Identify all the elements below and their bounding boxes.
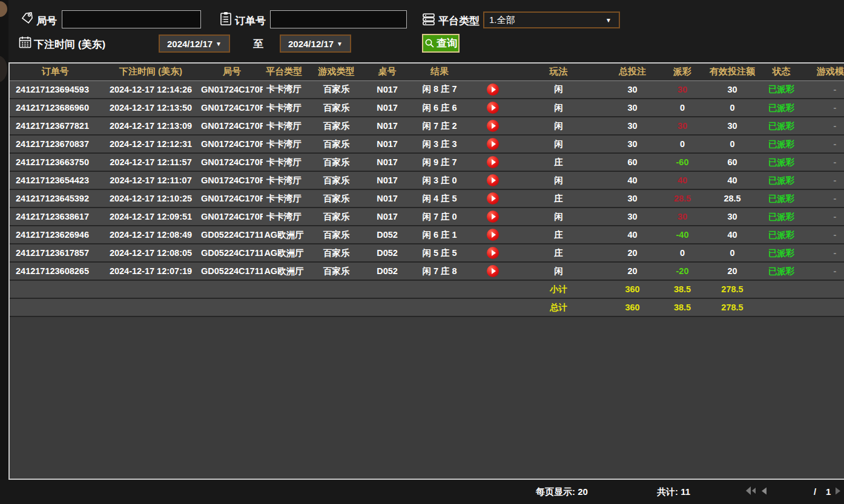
cell-bet-time: 2024-12-17 12:12:31 [101,135,201,153]
cell-total-bet: 30 [604,208,661,226]
cell-table-no: N017 [368,208,407,226]
cell-round-no: GD05224C1711D [201,244,263,262]
replay-play-button[interactable] [487,83,499,96]
cell-valid-bet: 40 [704,226,761,244]
bet-time-label: 下注时间 (美东) [34,38,105,51]
cell-game-mode: - [802,226,844,244]
replay-play-button[interactable] [487,211,499,223]
cell-bet-time: 2024-12-17 12:13:50 [101,99,201,117]
total-label: 总计 [513,298,604,316]
cell-game-type: 百家乐 [305,171,368,189]
cell-valid-bet: 20 [704,262,761,280]
cell-play-type: 庄 [513,153,604,171]
cell-play-type: 庄 [513,189,604,208]
cell-total-bet: 30 [604,80,661,99]
cell-status status-badge: 已派彩 [761,171,802,189]
round-no-input[interactable] [62,10,201,28]
col-header-round-no: 局号 [201,64,263,80]
cell-platform: 卡卡湾厅 [263,171,305,189]
order-no-input[interactable] [270,10,407,28]
cell-platform: 卡卡湾厅 [263,153,305,171]
cell-game-type: 百家乐 [305,99,368,117]
first-page-button[interactable] [743,485,757,496]
replay-play-button[interactable] [487,174,499,186]
totals-body: 小计 360 38.5 278.5 总计 360 38.5 278.5 [10,280,844,316]
cell-bet-time: 2024-12-17 12:11:57 [101,153,201,171]
cell-total-bet: 30 [604,135,661,153]
cell-order-no: 241217123670837 [10,135,101,153]
cell-platform: 卡卡湾厅 [263,189,305,208]
next-page-button[interactable] [834,486,842,496]
subtotal-payout: 38.5 [661,280,704,298]
cell-order-no: 241217123663750 [10,153,101,171]
table-row: 241217123663750 2024-12-17 12:11:57 GN01… [10,153,844,171]
prev-page-button[interactable] [760,486,768,496]
col-header-payout: 派彩 [661,64,704,80]
date-to-picker[interactable]: 2024/12/17 ▼ [280,34,351,53]
date-from-picker[interactable]: 2024/12/17 ▼ [159,34,230,53]
cell-platform: 卡卡湾厅 [263,135,305,153]
cell-game-mode: - [802,153,844,171]
cell-payout: -40 [661,226,704,244]
table-row: 241217123670837 2024-12-17 12:12:31 GN01… [10,135,844,153]
cell-order-no: 241217123654423 [10,171,101,189]
cell-game-type: 百家乐 [305,189,368,208]
cell-order-no: 241217123638617 [10,208,101,226]
cell-game-type: 百家乐 [305,80,368,99]
cell-game-mode: - [802,244,844,262]
cell-status status-badge: 已派彩 [761,80,802,99]
cell-game-mode: - [802,171,844,189]
cell-valid-bet: 0 [704,135,761,153]
cell-game-mode: - [802,80,844,99]
cell-round-no: GD05224C1711E [201,226,263,244]
cell-status status-badge: 已派彩 [761,117,802,135]
replay-play-button[interactable] [487,265,499,277]
replay-play-button[interactable] [487,120,499,132]
chevron-down-icon: ▼ [216,41,222,47]
cell-game-mode: - [802,262,844,280]
replay-play-button[interactable] [487,192,499,205]
cell-table-no: D052 [368,226,407,244]
cell-table-no: N017 [368,99,407,117]
replay-play-button[interactable] [487,156,499,168]
cell-status status-badge: 已派彩 [761,208,802,226]
cell-payout: -60 [661,153,704,171]
cell-replay [472,226,513,244]
pagination-bar: 每页显示: 20 共计: 11 / 1 [0,480,844,504]
background-fragment [0,56,7,82]
cell-play-type: 闲 [513,117,604,135]
cell-table-no: D052 [368,244,407,262]
cell-bet-time: 2024-12-17 12:08:05 [101,244,201,262]
search-button[interactable]: 查询 [422,34,460,53]
cell-bet-time: 2024-12-17 12:14:26 [101,80,201,99]
replay-play-button[interactable] [487,229,499,241]
cell-result: 闲 3 庄 0 [407,171,472,189]
cell-replay [472,208,513,226]
cell-round-no: GN01724C170RR [201,135,263,153]
cell-replay [472,244,513,262]
cell-game-mode: - [802,135,844,153]
cell-result: 闲 3 庄 3 [407,135,472,153]
round-no-label: 局号 [36,14,57,28]
replay-play-button[interactable] [487,102,499,114]
cell-order-no: 241217123694593 [10,80,101,99]
replay-play-button[interactable] [487,138,499,150]
cell-replay [472,80,513,99]
cell-play-type: 闲 [513,99,604,117]
subtotal-label: 小计 [513,280,604,298]
date-from-value: 2024/12/17 [167,39,213,49]
chevron-down-icon: ▼ [605,17,614,24]
cell-replay [472,153,513,171]
cell-game-type: 百家乐 [305,244,368,262]
date-to-value: 2024/12/17 [288,39,334,49]
cell-result: 闲 7 庄 0 [407,208,472,226]
col-header-order-no: 订单号 [10,64,101,80]
platform-select[interactable]: 1.全部 ▼ [483,11,620,28]
replay-play-button[interactable] [487,247,499,259]
bet-table-body: 241217123694593 2024-12-17 12:14:26 GN01… [10,80,844,280]
col-header-status: 状态 [761,64,802,80]
cell-bet-time: 2024-12-17 12:09:51 [101,208,201,226]
search-button-label: 查询 [437,36,457,50]
cell-round-no: GN01724C170RN [201,208,263,226]
col-header-game-type: 游戏类型 [305,64,368,80]
